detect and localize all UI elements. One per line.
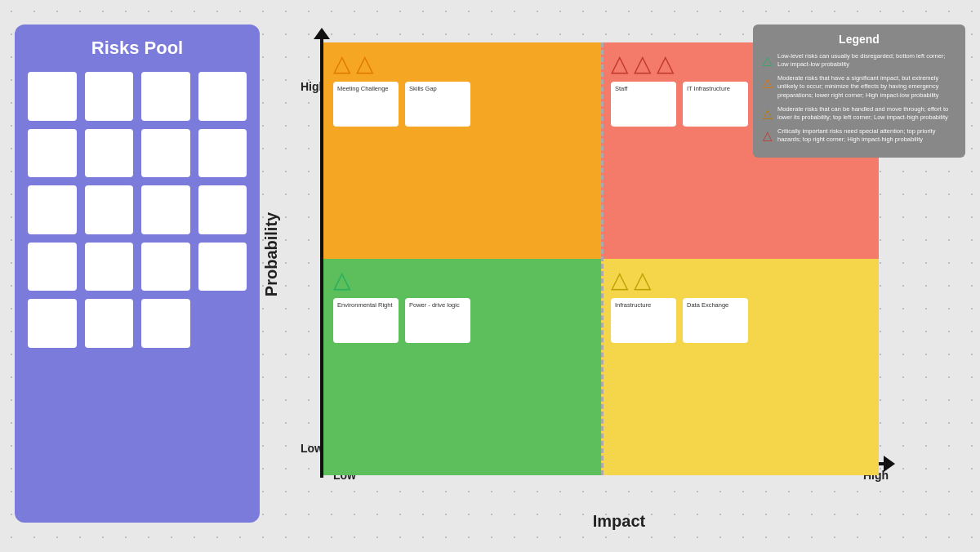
- pool-card[interactable]: [198, 243, 247, 292]
- warning-icon-yellow-1: △: [611, 269, 629, 292]
- pool-card[interactable]: [28, 72, 77, 121]
- pool-card[interactable]: [141, 129, 190, 178]
- pool-card[interactable]: [141, 72, 190, 121]
- warning-icon-orange-1: △: [333, 52, 351, 75]
- risk-card[interactable]: Meeting Challenge: [333, 82, 399, 127]
- risk-card[interactable]: Power - drive logic: [405, 298, 470, 343]
- risks-pool-grid: [28, 72, 247, 348]
- risks-pool-title: Risks Pool: [28, 38, 247, 59]
- pool-card[interactable]: [141, 299, 190, 348]
- warning-icon-red-1: △: [611, 52, 629, 75]
- bottom-right-cards: Infrastructure Data Exchange: [611, 298, 869, 343]
- top-left-warnings: △ △: [333, 52, 591, 75]
- pool-card[interactable]: [85, 299, 134, 348]
- probability-axis-label: Probability: [262, 212, 281, 296]
- quadrant-bottom-right: △ △ Infrastructure Data Exchange: [601, 259, 879, 475]
- legend-text-orange: Moderate risks that have a significant i…: [777, 74, 956, 99]
- warning-icon-red-3: △: [657, 52, 675, 75]
- pool-card[interactable]: [28, 129, 77, 178]
- legend-text-green: Low-level risks can usually be disregard…: [777, 52, 956, 69]
- legend-icon-orange: △: [763, 75, 773, 90]
- risk-card[interactable]: Skills Gap: [405, 82, 470, 127]
- pool-card[interactable]: [141, 185, 190, 234]
- pool-card[interactable]: [85, 129, 134, 178]
- warning-icon-red-2: △: [634, 52, 652, 75]
- pool-card[interactable]: [198, 185, 247, 234]
- pool-card[interactable]: [85, 243, 134, 292]
- legend-item-red: △ Critically important risks need specia…: [763, 127, 956, 144]
- impact-axis-label: Impact: [593, 512, 645, 531]
- warning-icon-green-1: △: [333, 269, 351, 292]
- legend-text-orange2: Moderate risks that can be handled and m…: [777, 105, 956, 122]
- warning-icon-yellow-2: △: [634, 269, 652, 292]
- risk-card[interactable]: Staff: [611, 82, 676, 127]
- pool-card[interactable]: [198, 129, 247, 178]
- legend-title: Legend: [763, 33, 956, 46]
- legend-item-orange: △ Moderate risks that have a significant…: [763, 74, 956, 99]
- legend-item-green: △ Low-level risks can usually be disrega…: [763, 52, 956, 69]
- legend-panel: Legend △ Low-level risks can usually be …: [753, 24, 965, 158]
- pool-card[interactable]: [85, 72, 134, 121]
- legend-icon-green: △: [763, 53, 773, 68]
- bottom-right-warnings: △ △: [611, 269, 869, 292]
- legend-icon-red: △: [763, 128, 773, 143]
- pool-card[interactable]: [28, 299, 77, 348]
- risks-pool-panel: Risks Pool: [15, 24, 260, 523]
- quadrant-bottom-left: △ Environmental Right Power - drive logi…: [323, 259, 601, 475]
- pool-card[interactable]: [85, 185, 134, 234]
- quadrant-top-left: △ △ Meeting Challenge Skills Gap: [323, 42, 601, 259]
- legend-text-red: Critically important risks need special …: [777, 127, 956, 144]
- pool-card[interactable]: [198, 72, 247, 121]
- risk-card[interactable]: Data Exchange: [683, 298, 748, 343]
- bottom-left-warnings: △: [333, 269, 591, 292]
- legend-icon-orange2: △: [763, 106, 773, 121]
- pool-card[interactable]: [28, 185, 77, 234]
- top-left-cards: Meeting Challenge Skills Gap: [333, 82, 591, 127]
- legend-item-orange2: △ Moderate risks that can be handled and…: [763, 105, 956, 122]
- bottom-left-cards: Environmental Right Power - drive logic: [333, 298, 591, 343]
- pool-card[interactable]: [28, 243, 77, 292]
- risk-card[interactable]: Environmental Right: [333, 298, 399, 343]
- warning-icon-orange-2: △: [356, 52, 374, 75]
- pool-card[interactable]: [141, 243, 190, 292]
- risk-card[interactable]: IT Infrastructure: [683, 82, 748, 127]
- risk-card[interactable]: Infrastructure: [611, 298, 676, 343]
